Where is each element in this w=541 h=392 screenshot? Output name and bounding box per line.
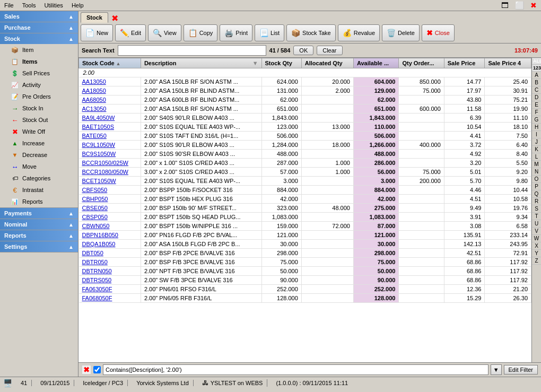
print-button[interactable]: 🖨️ Print	[220, 24, 252, 41]
stock-code-cell[interactable]: CBSE050	[79, 204, 141, 213]
filter-text-input[interactable]	[103, 364, 488, 375]
alpha-w[interactable]: W	[532, 235, 541, 242]
alpha-all[interactable]: ALL	[532, 58, 541, 65]
filter-delete-icon[interactable]: ✖	[82, 365, 91, 374]
alpha-i[interactable]: I	[532, 131, 541, 138]
col-allocated-qty[interactable]: Allocated Qty	[301, 58, 353, 68]
col-stock-qty[interactable]: Stock Qty	[261, 58, 301, 68]
col-stock-code[interactable]: Stock Code ▲	[79, 58, 141, 68]
alpha-x[interactable]: X	[532, 242, 541, 250]
stock-code-cell[interactable]: DBTRN050	[79, 267, 141, 276]
alpha-f[interactable]: F	[532, 109, 541, 116]
alpha-r[interactable]: R	[532, 198, 541, 205]
stocktake-button[interactable]: 📦 Stock Take	[286, 24, 336, 41]
table-row[interactable]: DBTRN0502.00" NPT F/B 3PCE B/VALVE 31650…	[79, 267, 531, 276]
table-row[interactable]: AA130502.00" ASA 150LB RF S/ON ASTM ...6…	[79, 77, 531, 86]
table-row[interactable]: BC9L1050W2.00" S10S 90'LR ELBOW A403 ...…	[79, 141, 531, 150]
stock-code-cell[interactable]: DBTRS050	[79, 276, 141, 285]
table-row[interactable]: CBWN0502.00" BSPT 150lb W/NIPPLE 316 ...…	[79, 222, 531, 231]
stock-code-cell[interactable]: BA9L4050W	[79, 114, 141, 123]
sidebar-item-item[interactable]: Item	[0, 44, 78, 56]
alpha-q[interactable]: Q	[532, 190, 541, 198]
alpha-b[interactable]: B	[532, 79, 541, 86]
stock-code-cell[interactable]: FA063050F	[79, 285, 141, 294]
alpha-l[interactable]: L	[532, 153, 541, 161]
window-close-icon[interactable]: ✖	[528, 1, 539, 10]
alpha-u[interactable]: U	[532, 220, 541, 228]
sidebar-item-increase[interactable]: Increase	[0, 137, 78, 149]
sidebar-item-stock-out[interactable]: Stock Out	[0, 114, 78, 126]
stock-code-cell[interactable]: AA13050	[79, 77, 141, 86]
sidebar-item-move[interactable]: Move	[0, 161, 78, 172]
menu-tools[interactable]: Tools	[20, 1, 38, 10]
stock-code-cell[interactable]: BC9L1050W	[79, 141, 141, 150]
sidebar-item-activity[interactable]: Activity	[0, 79, 78, 91]
table-row[interactable]: CBFS0502.00" BSPP 150lb F/SOCKET 316884.…	[79, 186, 531, 195]
table-row[interactable]: DBPN16B0502.00" PN16 FLGD F/B 2PC B/VAL.…	[79, 231, 531, 240]
col-sale-price-4[interactable]: Sale Price 4	[485, 58, 531, 68]
stock-code-cell[interactable]: AA18050	[79, 86, 141, 95]
stock-code-cell[interactable]: BCCR1080/050W	[79, 168, 141, 177]
table-row[interactable]: BATE0502.00" S10S TAFT END 316/L (H=1...…	[79, 132, 531, 141]
clear-button[interactable]: Clear	[317, 46, 342, 55]
sidebar-header-purchase[interactable]: Purchase ▲	[0, 22, 78, 33]
menu-file[interactable]: File	[2, 1, 16, 10]
stock-code-cell[interactable]: BC9S1050W	[79, 150, 141, 159]
alpha-e[interactable]: E	[532, 101, 541, 109]
list-button[interactable]: 📃 List	[255, 24, 284, 41]
table-row[interactable]: FA063050F2.00" PN6/01 RFSO F316/L252.000…	[79, 285, 531, 294]
menu-help[interactable]: Help	[69, 1, 86, 10]
ok-button[interactable]: OK	[293, 46, 313, 55]
menu-utilities[interactable]: Utilities	[42, 1, 65, 10]
stock-code-cell[interactable]: DBT050	[79, 249, 141, 258]
stock-code-cell[interactable]: CBHP050	[79, 195, 141, 204]
alpha-a[interactable]: A	[532, 72, 541, 79]
sidebar-item-reports-stock[interactable]: Reports	[0, 196, 78, 207]
alpha-o[interactable]: O	[532, 176, 541, 183]
alpha-s[interactable]: S	[532, 205, 541, 213]
table-row[interactable]: 2.00	[79, 68, 531, 77]
stock-code-cell[interactable]: BCET1050W	[79, 177, 141, 186]
alpha-m[interactable]: M	[532, 161, 541, 168]
table-row[interactable]: CBSE0502.00" BSP 150lb 90' M/F STREET...…	[79, 204, 531, 213]
maximize-icon[interactable]: ⬜	[513, 1, 526, 10]
sidebar-header-payments[interactable]: Payments ▲	[0, 208, 78, 219]
sidebar-item-stock-in[interactable]: Stock In	[0, 102, 78, 114]
filter-dropdown-btn[interactable]: ▼	[491, 364, 502, 375]
table-row[interactable]: DBTR0502.00" BSP F/B 3PCE B/VALVE 31675.…	[79, 258, 531, 267]
stock-code-cell[interactable]: CBFS050	[79, 186, 141, 195]
sidebar-item-intrastat[interactable]: Intrastat	[0, 184, 78, 196]
edit-filter-button[interactable]: Edit Filter	[504, 365, 538, 374]
alpha-z[interactable]: Z	[532, 257, 541, 265]
alpha-c[interactable]: C	[532, 86, 541, 94]
table-row[interactable]: BAET1050S2.00" S10S EQUAL TEE A403 WP-..…	[79, 123, 531, 132]
edit-button[interactable]: ✏️ Edit	[115, 24, 146, 41]
table-row[interactable]: DBTRS0502.00" SW F/B 3PCE B/VALVE 31690.…	[79, 276, 531, 285]
alpha-d[interactable]: D	[532, 94, 541, 101]
table-row[interactable]: FA068050F2.00" PN6/05 RFB F316/L128.0001…	[79, 294, 531, 303]
alpha-y[interactable]: Y	[532, 250, 541, 257]
minimize-icon[interactable]: 🗖	[499, 1, 511, 10]
sidebar-item-write-off[interactable]: Write Off	[0, 126, 78, 137]
col-sale-price[interactable]: Sale Price	[444, 58, 485, 68]
new-button[interactable]: 📄 New	[81, 24, 113, 41]
sidebar-item-pre-orders[interactable]: Pre Orders	[0, 91, 78, 102]
table-row[interactable]: AA180502.00" ASA 150LB RF BLIND ASTM...1…	[79, 86, 531, 95]
alpha-t[interactable]: T	[532, 213, 541, 220]
stock-code-cell[interactable]: FA068050F	[79, 294, 141, 303]
table-row[interactable]: BCCR1080/050W3.00" x 2.00" S10S C/RED A4…	[79, 168, 531, 177]
stock-code-cell[interactable]: BATE050	[79, 132, 141, 141]
close-button[interactable]: ✖ Close	[422, 24, 455, 41]
sidebar-header-nominal[interactable]: Nominal ▲	[0, 219, 78, 230]
table-row[interactable]: CBSP0502.00" BSPT 150lb SQ HEAD PLUG...1…	[79, 213, 531, 222]
sidebar-item-decrease[interactable]: Decrease	[0, 149, 78, 161]
table-row[interactable]: AA680502.00" ASA 600LB RF BLIND ASTM...6…	[79, 95, 531, 104]
alpha-n[interactable]: N	[532, 168, 541, 176]
search-input[interactable]	[118, 45, 266, 56]
sidebar-header-reports[interactable]: Reports ▲	[0, 230, 78, 241]
stock-code-cell[interactable]: CBSP050	[79, 213, 141, 222]
alpha-k[interactable]: K	[532, 146, 541, 153]
col-available[interactable]: Available ...	[353, 58, 399, 68]
alpha-123[interactable]: 123	[532, 65, 541, 72]
table-row[interactable]: CBHP0502.00" BSPT 150lb HEX PLUG 31642.0…	[79, 195, 531, 204]
